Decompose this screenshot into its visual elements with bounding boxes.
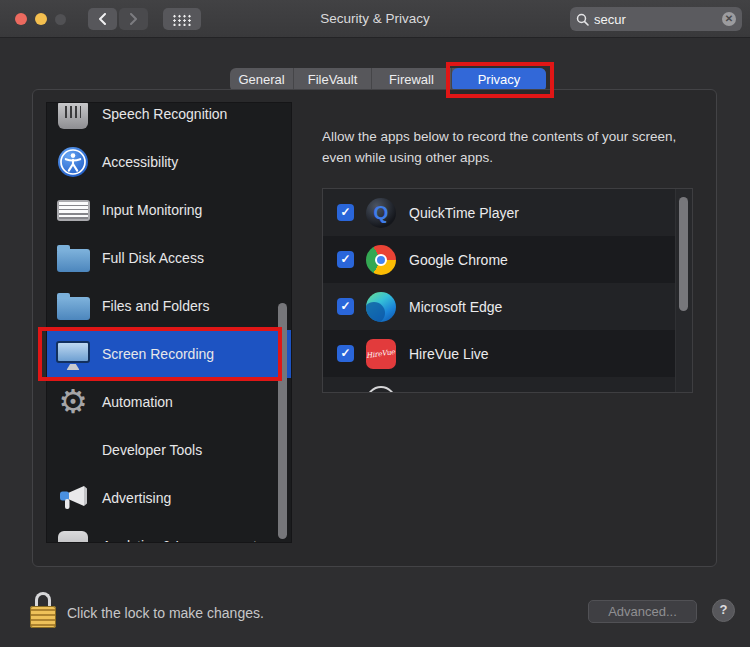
app-row-quicktime-player[interactable]: ✓ Q QuickTime Player xyxy=(323,189,677,236)
app-row-hirevue-live[interactable]: ✓ HireVue HireVue Live xyxy=(323,330,677,377)
lock-button[interactable] xyxy=(30,592,56,629)
app-row-google-chrome[interactable]: ✓ Google Chrome xyxy=(323,236,677,283)
developer-tools-icon xyxy=(56,433,90,467)
app-row-partial[interactable]: ✓ xyxy=(323,377,677,393)
sidebar-item-speech-recognition[interactable]: Speech Recognition xyxy=(47,102,291,138)
folder-icon xyxy=(56,241,90,275)
chrome-icon xyxy=(366,245,396,275)
screen-recording-description: Allow the apps below to record the conte… xyxy=(322,126,698,168)
partial-app-icon xyxy=(366,386,396,394)
sidebar-item-automation[interactable]: ⚙ Automation xyxy=(47,378,291,426)
checkbox-microsoft-edge[interactable]: ✓ xyxy=(337,298,354,315)
search-clear-button[interactable]: ✕ xyxy=(722,12,736,26)
display-icon xyxy=(56,337,90,371)
megaphone-icon xyxy=(56,481,90,515)
sidebar-item-accessibility[interactable]: Accessibility xyxy=(47,138,291,186)
titlebar: Security & Privacy secur ✕ xyxy=(0,0,750,38)
advanced-button[interactable]: Advanced... xyxy=(588,600,697,623)
checkbox-partial[interactable]: ✓ xyxy=(337,392,354,393)
accessibility-icon xyxy=(56,145,90,179)
sidebar-item-advertising[interactable]: Advertising xyxy=(47,474,291,522)
sidebar-item-files-and-folders[interactable]: Files and Folders xyxy=(47,282,291,330)
gear-icon: ⚙ xyxy=(56,385,90,419)
sidebar-item-full-disk-access[interactable]: Full Disk Access xyxy=(47,234,291,282)
allowed-apps-list[interactable]: ✓ Q QuickTime Player ✓ Google Chrome ✓ M… xyxy=(322,188,693,393)
sidebar-item-screen-recording[interactable]: Screen Recording xyxy=(47,330,291,378)
sidebar-item-analytics-improvements[interactable]: Analytics & Improvements xyxy=(47,522,291,543)
folder-icon xyxy=(56,289,90,323)
checkbox-quicktime-player[interactable]: ✓ xyxy=(337,204,354,221)
sidebar-item-input-monitoring[interactable]: Input Monitoring xyxy=(47,186,291,234)
privacy-category-list[interactable]: Speech Recognition Accessibility xyxy=(46,102,292,543)
bar-chart-icon xyxy=(56,529,90,543)
privacy-category-list-content: Speech Recognition Accessibility xyxy=(47,102,291,543)
checkbox-google-chrome[interactable]: ✓ xyxy=(337,251,354,268)
hirevue-icon: HireVue xyxy=(366,339,396,369)
app-row-microsoft-edge[interactable]: ✓ Microsoft Edge xyxy=(323,283,677,330)
keyboard-icon xyxy=(56,193,90,227)
applist-scrollbar-thumb[interactable] xyxy=(679,197,688,311)
search-icon xyxy=(576,13,589,26)
help-button[interactable]: ? xyxy=(712,599,735,622)
checkbox-hirevue-live[interactable]: ✓ xyxy=(337,345,354,362)
lock-hint-text: Click the lock to make changes. xyxy=(67,605,264,621)
search-input-value[interactable]: secur xyxy=(594,12,717,27)
sidebar-scrollbar-thumb[interactable] xyxy=(278,303,287,539)
edge-icon xyxy=(366,292,396,322)
search-field[interactable]: secur ✕ xyxy=(570,7,742,31)
speech-recognition-icon xyxy=(56,102,90,131)
quicktime-icon: Q xyxy=(366,198,396,228)
sidebar-item-developer-tools[interactable]: Developer Tools xyxy=(47,426,291,474)
